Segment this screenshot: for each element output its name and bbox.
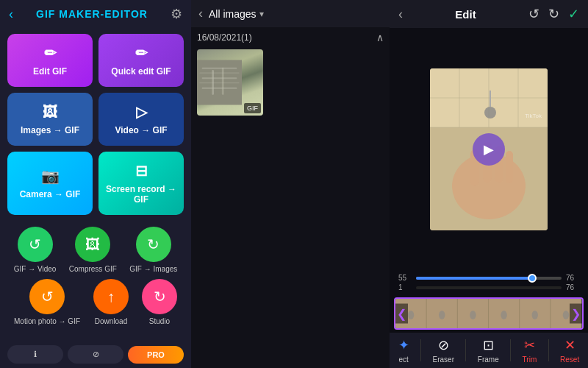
toolbar-divider4 (548, 339, 549, 361)
studio-icon: ↻ (154, 288, 166, 305)
small-buttons-row1: ↺ GIF → Video 🖼 Compress GIF ↻ GIF → Ima… (0, 221, 191, 276)
gif-video-button[interactable]: ↺ GIF → Video (14, 227, 57, 273)
svg-rect-3 (202, 77, 237, 79)
screen-record-icon: ⊟ (135, 162, 148, 180)
left-panel: ‹ GIF MAKER-EDITOR ⚙ ✏ Edit GIF ✏ Quick … (0, 0, 191, 368)
trim-row2-start: 1 (398, 283, 412, 291)
middle-back-icon[interactable]: ‹ (198, 6, 203, 21)
right-preview: ▶ TikTok (390, 28, 588, 271)
right-back-icon[interactable]: ‹ (398, 7, 403, 22)
right-panel: ‹ Edit ↺ ↻ ✓ (390, 0, 588, 368)
download-icon: ↑ (107, 289, 115, 305)
play-button[interactable]: ▶ (473, 133, 505, 166)
info-pill[interactable]: ℹ (7, 345, 63, 364)
trim-thumb[interactable] (528, 274, 537, 283)
gif-images-circle: ↻ (136, 227, 171, 262)
eraser-button[interactable]: ⊘ Eraser (433, 337, 454, 364)
reset-button[interactable]: ✕ Reset (560, 337, 579, 364)
gif-video-icon: ↺ (29, 236, 41, 253)
watermark-pill[interactable]: ⊘ (68, 345, 123, 364)
svg-point-20 (484, 107, 496, 118)
svg-rect-2 (199, 72, 239, 73)
trim-start-label: 55 (398, 274, 412, 282)
studio-circle: ↻ (142, 279, 177, 314)
video-gif-button[interactable]: ▷ Video → GIF (98, 93, 184, 146)
date-label: 16/08/2021(1) (197, 32, 252, 43)
compress-gif-icon: 🖼 (85, 236, 100, 253)
svg-rect-4 (199, 82, 239, 83)
redo-button[interactable]: ↻ (548, 6, 559, 22)
right-title: Edit (455, 8, 476, 21)
main-buttons-grid: ✏ Edit GIF ✏ Quick edit GIF 🖼 Images → G… (0, 28, 191, 221)
bottom-bar: ℹ ⊘ PRO (0, 341, 191, 368)
download-button[interactable]: ↑ Download (93, 279, 129, 325)
trim-label: Trim (523, 355, 537, 364)
edit-gif-icon: ✏ (44, 44, 57, 62)
filmstrip: ❮ ❯ (390, 296, 588, 333)
frame-button[interactable]: ⊡ Frame (478, 337, 499, 364)
trim-track[interactable] (416, 277, 562, 280)
back-icon[interactable]: ‹ (9, 7, 13, 22)
pro-pill[interactable]: PRO (128, 346, 184, 364)
date-row: 16/08/2021(1) ∧ (197, 32, 384, 43)
quick-edit-label: Quick edit GIF (111, 66, 171, 77)
effect-button[interactable]: ✦ ect (398, 337, 409, 364)
trim-end-label: 76 (566, 274, 579, 282)
screen-record-button[interactable]: ⊟ Screen record → GIF (98, 152, 184, 215)
images-gif-label: Images → GIF (21, 125, 79, 135)
trim-track2 (416, 286, 562, 289)
motion-photo-circle: ↺ (29, 279, 65, 314)
gif-video-label: GIF → Video (14, 265, 57, 273)
effect-icon: ✦ (398, 337, 409, 353)
confirm-button[interactable]: ✓ (568, 6, 579, 22)
frame-label: Frame (478, 355, 499, 364)
trim-button[interactable]: ✂ Trim (523, 337, 537, 364)
filmstrip-frame (395, 299, 582, 328)
filmstrip-left-arrow[interactable]: ❮ (395, 304, 408, 324)
thumbnail-item[interactable]: GIF (197, 49, 263, 116)
middle-content: 16/08/2021(1) ∧ GIF (191, 27, 390, 368)
dropdown-label: All images (209, 8, 257, 20)
all-images-dropdown[interactable]: All images ▾ (209, 8, 264, 20)
gif-badge: GIF (244, 103, 261, 113)
motion-photo-label: Motion photo → GIF (14, 317, 80, 325)
filmstrip-right-arrow[interactable]: ❯ (570, 304, 582, 324)
chevron-up-icon[interactable]: ∧ (376, 32, 384, 43)
compress-gif-button[interactable]: 🖼 Compress GIF (69, 227, 117, 273)
svg-point-28 (408, 311, 414, 319)
images-gif-button[interactable]: 🖼 Images → GIF (7, 93, 93, 146)
thumbnail-inner: GIF (197, 49, 263, 116)
svg-point-32 (532, 311, 538, 319)
toolbar-divider3 (510, 339, 511, 361)
trim-row2-end: 76 (566, 283, 579, 291)
camera-gif-label: Camera → GIF (20, 189, 81, 199)
download-circle: ↑ (93, 279, 129, 314)
right-toolbar: ✦ ect ⊘ Eraser ⊡ Frame ✂ Trim ✕ Reset (390, 333, 588, 368)
gif-images-button[interactable]: ↻ GIF → Images (129, 227, 177, 273)
camera-gif-button[interactable]: 📷 Camera → GIF (7, 152, 93, 215)
svg-point-29 (439, 311, 445, 319)
trim-slider-row1: 55 76 (398, 274, 579, 282)
motion-photo-icon: ↺ (41, 288, 54, 305)
quick-edit-gif-button[interactable]: ✏ Quick edit GIF (98, 34, 184, 87)
edit-gif-label: Edit GIF (33, 66, 67, 77)
info-icon: ℹ (34, 350, 37, 359)
image-grid: GIF (197, 49, 384, 116)
svg-point-33 (563, 311, 569, 319)
right-header: ‹ Edit ↺ ↻ ✓ (390, 0, 588, 28)
eraser-icon: ⊘ (438, 337, 449, 353)
undo-button[interactable]: ↺ (528, 6, 539, 22)
compress-gif-circle: 🖼 (75, 227, 110, 262)
svg-rect-19 (506, 151, 513, 183)
left-header: ‹ GIF MAKER-EDITOR ⚙ (0, 0, 191, 28)
quick-edit-icon: ✏ (135, 44, 148, 62)
app-title: GIF MAKER-EDITOR (36, 8, 148, 20)
download-label: Download (95, 317, 127, 325)
studio-button[interactable]: ↻ Studio (142, 279, 177, 325)
gear-icon[interactable]: ⚙ (171, 6, 182, 22)
filmstrip-svg (395, 299, 581, 330)
edit-gif-button[interactable]: ✏ Edit GIF (7, 34, 93, 87)
frame-icon: ⊡ (483, 337, 494, 353)
motion-photo-button[interactable]: ↺ Motion photo → GIF (14, 279, 80, 325)
toolbar-divider1 (420, 339, 421, 361)
